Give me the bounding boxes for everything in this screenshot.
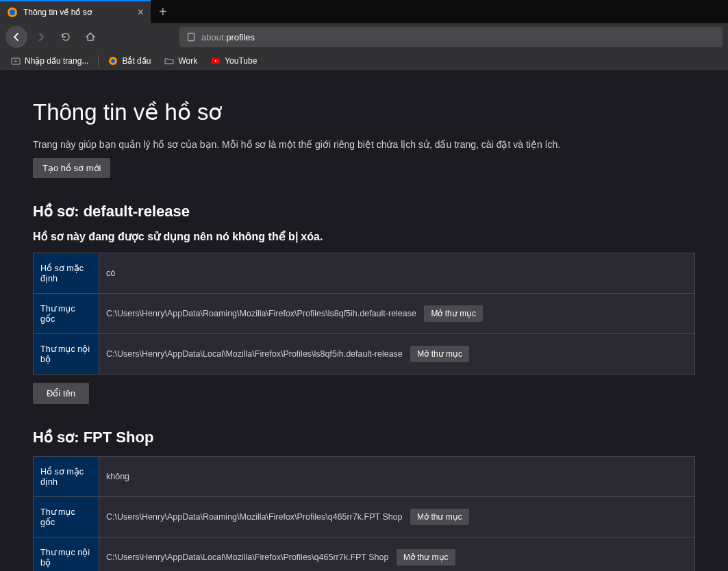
create-profile-button[interactable]: Tạo hồ sơ mới: [33, 158, 110, 178]
bookmark-bar: Nhập dấu trang... Bắt đầu Work YouTube: [0, 51, 728, 71]
bookmark-label: Bắt đầu: [122, 56, 151, 66]
file-icon: [186, 32, 196, 42]
row-label: Thư mục gốc: [34, 294, 99, 334]
table-row: Thư mục gốc C:\Users\Henry\AppData\Roami…: [34, 497, 695, 537]
import-bookmarks-button[interactable]: Nhập dấu trang...: [5, 53, 94, 68]
profile-table: Hồ sơ mặc định không Thư mục gốc C:\User…: [33, 456, 695, 571]
bookmark-start[interactable]: Bắt đầu: [103, 53, 156, 68]
url-text: about:profiles: [201, 32, 255, 42]
browser-tab[interactable]: Thông tin về hồ sơ ×: [0, 0, 151, 23]
bookmark-separator: [98, 55, 99, 67]
url-bar[interactable]: about:profiles: [179, 27, 723, 47]
profile-in-use-note: Hồ sơ này đang được sử dụng nên nó không…: [33, 230, 695, 243]
firefox-icon: [7, 7, 18, 18]
back-button[interactable]: [5, 26, 27, 48]
open-folder-button[interactable]: Mở thư mục: [410, 346, 469, 362]
profile-section: Hồ sơ: FPT Shop Hồ sơ mặc định không Thư…: [33, 429, 695, 571]
new-tab-button[interactable]: +: [151, 4, 175, 20]
reload-button[interactable]: [55, 26, 77, 48]
table-row: Hồ sơ mặc định có: [34, 253, 695, 294]
root-dir-value: C:\Users\Henry\AppData\Roaming\Mozilla\F…: [99, 497, 695, 537]
home-button[interactable]: [79, 26, 101, 48]
row-label: Hồ sơ mặc định: [34, 253, 99, 294]
table-row: Thư mục gốc C:\Users\Henry\AppData\Roami…: [34, 294, 695, 334]
bookmark-youtube[interactable]: YouTube: [205, 53, 262, 68]
table-row: Thư mục nội bộ C:\Users\Henry\AppData\Lo…: [34, 334, 695, 375]
folder-icon: [164, 56, 174, 66]
root-dir-value: C:\Users\Henry\AppData\Roaming\Mozilla\F…: [99, 294, 695, 334]
svg-point-5: [111, 59, 115, 63]
firefox-icon: [108, 56, 118, 66]
forward-button: [30, 26, 52, 48]
table-row: Thư mục nội bộ C:\Users\Henry\AppData\Lo…: [34, 537, 695, 572]
tab-title: Thông tin về hồ sơ: [23, 8, 132, 17]
row-label: Thư mục nội bộ: [34, 334, 99, 375]
close-tab-icon[interactable]: ×: [138, 6, 144, 18]
svg-point-1: [10, 10, 15, 15]
default-profile-value: không: [99, 457, 695, 497]
local-dir-value: C:\Users\Henry\AppData\Local\Mozilla\Fir…: [99, 334, 695, 375]
bookmark-label: YouTube: [225, 56, 257, 66]
tab-bar: Thông tin về hồ sơ × +: [0, 0, 728, 23]
table-row: Hồ sơ mặc định không: [34, 457, 695, 497]
profile-table: Hồ sơ mặc định có Thư mục gốc C:\Users\H…: [33, 253, 695, 375]
import-icon: [11, 56, 21, 66]
row-label: Thư mục nội bộ: [34, 537, 99, 572]
open-folder-button[interactable]: Mở thư mục: [397, 549, 455, 566]
bookmark-label: Nhập dấu trang...: [25, 56, 88, 66]
row-label: Thư mục gốc: [34, 497, 99, 537]
bookmark-work[interactable]: Work: [159, 53, 203, 68]
open-folder-button[interactable]: Mở thư mục: [424, 305, 483, 322]
profile-heading: Hồ sơ: FPT Shop: [33, 429, 695, 446]
rename-button[interactable]: Đổi tên: [33, 383, 89, 404]
default-profile-value: có: [99, 253, 695, 294]
page-description: Trang này giúp bạn quản lý hồ sơ của bạn…: [33, 139, 695, 150]
nav-bar: about:profiles: [0, 23, 728, 51]
svg-rect-2: [188, 34, 194, 41]
page-title: Thông tin về hồ sơ: [33, 99, 695, 125]
bookmark-label: Work: [178, 56, 197, 66]
local-dir-value: C:\Users\Henry\AppData\Local\Mozilla\Fir…: [99, 537, 695, 572]
profile-heading: Hồ sơ: default-release: [33, 203, 695, 220]
page-content: Thông tin về hồ sơ Trang này giúp bạn qu…: [0, 71, 728, 571]
profile-actions: Đổi tên: [33, 383, 695, 404]
profile-section: Hồ sơ: default-release Hồ sơ này đang đư…: [33, 203, 695, 404]
open-folder-button[interactable]: Mở thư mục: [410, 509, 469, 525]
row-label: Hồ sơ mặc định: [34, 457, 99, 497]
youtube-icon: [211, 56, 221, 66]
